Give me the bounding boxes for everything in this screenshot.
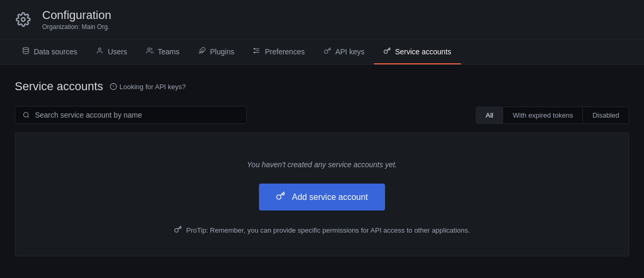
search-icon [23,111,30,119]
app-header: Configuration Organization: Main Org. [0,0,644,40]
apikeys-icon [324,47,331,56]
filter-expired-button[interactable]: With expired tokens [503,107,583,123]
filter-disabled-button[interactable]: Disabled [583,107,629,123]
org-subtitle: Organization: Main Org. [42,23,111,31]
svg-point-14 [24,112,28,117]
tab-data-sources-label: Data sources [34,47,77,56]
svg-line-15 [27,117,28,118]
add-service-account-label: Add service account [292,193,368,202]
svg-point-3 [148,48,150,51]
tab-preferences[interactable]: Preferences [244,40,314,64]
empty-state-text: You haven't created any service accounts… [247,160,397,169]
tab-plugins-label: Plugins [210,47,234,56]
tab-service-accounts[interactable]: Service accounts [374,40,461,64]
tab-users[interactable]: Users [86,40,137,64]
tab-teams-label: Teams [158,47,179,56]
svg-point-1 [23,47,29,50]
api-keys-link[interactable]: Looking for API keys? [110,83,186,91]
filter-all-button[interactable]: All [476,107,503,123]
service-accounts-icon [383,47,391,56]
datasource-icon [22,47,30,56]
api-keys-hint-text: Looking for API keys? [120,83,186,91]
protip: ProTip: Remember, you can provide specif… [174,225,470,235]
nav-tabs: Data sources Users Teams Plugins Prefere… [0,40,644,65]
tab-data-sources[interactable]: Data sources [13,40,86,64]
filter-buttons: All With expired tokens Disabled [476,107,629,124]
tab-teams[interactable]: Teams [137,40,189,64]
svg-point-0 [22,18,25,22]
info-icon [110,83,117,90]
svg-point-2 [99,48,101,51]
search-box[interactable] [15,106,247,124]
tab-plugins[interactable]: Plugins [189,40,244,64]
config-icon [13,9,34,30]
protip-icon [174,225,182,235]
tab-service-accounts-label: Service accounts [395,47,451,56]
svg-point-9 [254,48,255,49]
filter-bar: All With expired tokens Disabled [15,106,629,124]
app-title: Configuration [42,8,111,22]
user-icon [96,47,103,56]
tab-api-keys-label: API keys [335,47,364,56]
add-service-account-icon [276,191,285,203]
tab-preferences-label: Preferences [265,47,304,56]
search-input[interactable] [35,111,239,119]
main-content: Service accounts Looking for API keys? A… [0,65,644,267]
tab-api-keys[interactable]: API keys [314,40,374,64]
tab-users-label: Users [108,47,127,56]
svg-point-10 [254,52,255,53]
header-text-block: Configuration Organization: Main Org. [42,8,111,31]
teams-icon [146,47,153,56]
add-service-account-button[interactable]: Add service account [259,184,385,210]
page-title: Service accounts [15,80,103,93]
page-heading: Service accounts Looking for API keys? [15,80,629,93]
preferences-icon [253,47,261,56]
protip-text: ProTip: Remember, you can provide specif… [186,226,470,234]
empty-state-card: You haven't created any service accounts… [15,132,629,256]
plugins-icon [198,47,206,56]
